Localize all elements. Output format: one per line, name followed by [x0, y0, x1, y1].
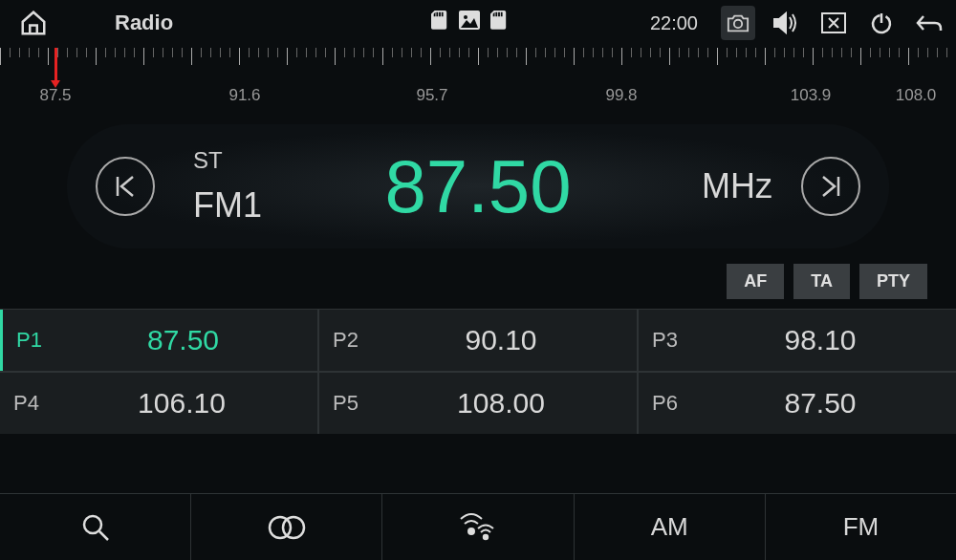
dial-indicator [54, 48, 57, 84]
svg-point-8 [84, 516, 101, 533]
preset-label: P1 [16, 328, 62, 353]
svg-point-12 [468, 528, 474, 534]
svg-point-2 [734, 20, 742, 28]
sdcard2-icon [489, 11, 509, 35]
scan-button[interactable] [382, 494, 574, 560]
preset-frequency: 106.10 [59, 387, 304, 420]
dial-label: 87.5 [39, 86, 71, 105]
svg-point-1 [464, 15, 467, 19]
app-title: Radio [115, 11, 173, 35]
am-button[interactable]: AM [575, 494, 766, 560]
stereo-label: ST [193, 147, 262, 174]
preset-frequency: 90.10 [379, 324, 623, 356]
back-button[interactable] [912, 6, 946, 40]
preset-2[interactable]: P290.10 [319, 310, 637, 371]
frequency-value: 87.50 [384, 143, 571, 230]
preset-3[interactable]: P398.10 [639, 310, 956, 371]
preset-label: P6 [652, 391, 698, 416]
fm-button[interactable]: FM [766, 494, 956, 560]
svg-point-13 [484, 534, 488, 538]
camera-button[interactable] [721, 6, 755, 40]
preset-label: P3 [652, 328, 698, 353]
tuning-dial[interactable]: 87.591.695.799.8103.9108.0 [0, 48, 956, 118]
preset-frequency: 108.00 [379, 387, 623, 420]
dial-label: 108.0 [896, 86, 937, 105]
frequency-display: ST FM1 87.50 MHz [67, 124, 889, 248]
preset-5[interactable]: P5108.00 [319, 373, 637, 434]
ta-button[interactable]: TA [793, 264, 850, 299]
search-button[interactable] [0, 494, 191, 560]
preset-label: P4 [13, 391, 59, 416]
clock-time: 22:00 [650, 12, 698, 34]
status-bar: Radio 22:00 [0, 0, 956, 46]
bottom-nav: AM FM [0, 493, 956, 560]
preset-frequency: 87.50 [62, 324, 304, 356]
status-icon-group [430, 11, 509, 35]
preset-label: P5 [333, 391, 379, 416]
sdcard-icon [430, 11, 449, 35]
presets-grid: P187.50P290.10P398.10P4106.10P5108.00P68… [0, 309, 956, 434]
dial-label: 103.9 [791, 86, 832, 105]
dial-label: 91.6 [228, 86, 260, 105]
preset-frequency: 87.50 [698, 387, 943, 420]
dial-label: 99.8 [605, 86, 637, 105]
preset-4[interactable]: P4106.10 [0, 373, 317, 434]
home-button[interactable] [10, 9, 57, 37]
unit-label: MHz [702, 166, 772, 206]
seek-prev-button[interactable] [96, 157, 155, 216]
close-screen-button[interactable] [816, 6, 851, 40]
preset-1[interactable]: P187.50 [0, 310, 317, 371]
band-label: FM1 [193, 185, 262, 226]
power-button[interactable] [864, 6, 899, 40]
preset-frequency: 98.10 [698, 324, 943, 356]
svg-point-11 [283, 517, 304, 538]
rds-row: AF TA PTY [0, 248, 956, 309]
dial-label: 95.7 [416, 86, 447, 105]
pty-button[interactable]: PTY [859, 264, 927, 299]
preset-6[interactable]: P687.50 [639, 373, 956, 434]
image-icon [459, 11, 480, 35]
stereo-button[interactable] [191, 494, 382, 560]
preset-label: P2 [333, 328, 379, 353]
af-button[interactable]: AF [727, 264, 784, 299]
seek-next-button[interactable] [801, 157, 860, 216]
volume-button[interactable] [769, 6, 803, 40]
svg-line-9 [99, 531, 108, 540]
